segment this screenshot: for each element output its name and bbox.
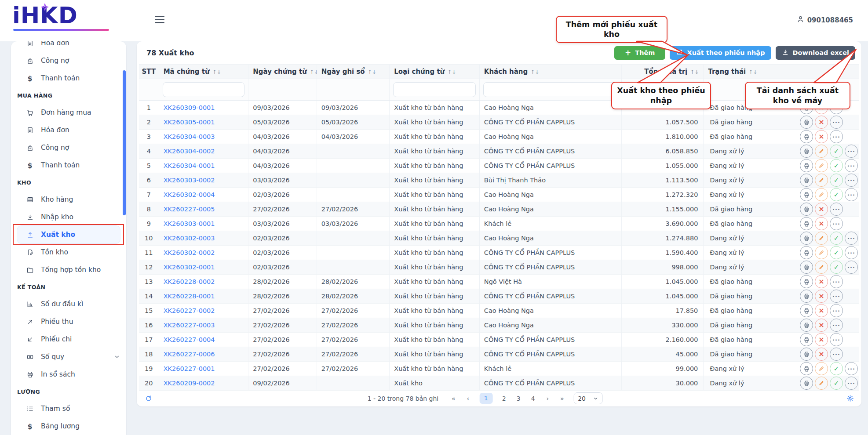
- document-code-link[interactable]: XK260304-0001: [164, 162, 215, 169]
- filter-input-customer[interactable]: [483, 82, 618, 97]
- page-next-button[interactable]: ›: [544, 395, 551, 402]
- column-header-code[interactable]: Mã chứng từ↑↓: [159, 65, 248, 79]
- edit-action-icon[interactable]: [815, 159, 828, 172]
- page-last-button[interactable]: »: [559, 395, 565, 402]
- print-action-icon[interactable]: [800, 362, 813, 375]
- sort-arrows-icon[interactable]: ↑↓: [212, 69, 221, 75]
- column-header-doc_type[interactable]: Loại chứng từ↑↓: [390, 65, 480, 79]
- sidebar-item-tham-số[interactable]: Tham số: [11, 400, 126, 417]
- print-action-icon[interactable]: [800, 348, 813, 361]
- more-actions-icon[interactable]: ···: [845, 232, 858, 245]
- document-code-link[interactable]: XK260303-0001: [164, 220, 215, 227]
- sidebar-item-phiếu-chi[interactable]: Phiếu chi: [11, 330, 126, 348]
- sidebar-item-thanh-toán[interactable]: $Thanh toán: [11, 156, 126, 174]
- sidebar-item-công-nợ[interactable]: Công nợ: [11, 139, 126, 156]
- sort-arrows-icon[interactable]: ↑↓: [690, 69, 699, 75]
- page-number-1[interactable]: 1: [479, 393, 492, 404]
- print-action-icon[interactable]: [800, 333, 813, 346]
- document-code-link[interactable]: XK260302-0002: [164, 249, 215, 256]
- print-action-icon[interactable]: [800, 203, 813, 216]
- print-action-icon[interactable]: [800, 188, 813, 201]
- more-actions-icon[interactable]: ···: [830, 290, 843, 303]
- sidebar-item-công-nợ[interactable]: Công nợ: [11, 52, 126, 69]
- approve-action-icon[interactable]: ✓: [830, 145, 843, 158]
- column-header-doc_date[interactable]: Ngày chứng từ↑↓: [248, 65, 317, 79]
- more-actions-icon[interactable]: ···: [845, 159, 858, 172]
- more-actions-icon[interactable]: ···: [845, 377, 858, 390]
- page-number-4[interactable]: 4: [530, 395, 536, 402]
- filter-input-code[interactable]: [163, 82, 245, 97]
- sidebar-item-tồn-kho[interactable]: Tồn kho: [11, 243, 126, 261]
- document-code-link[interactable]: XK260302-0003: [164, 235, 215, 242]
- cancel-action-icon[interactable]: ×: [815, 304, 828, 317]
- print-action-icon[interactable]: [800, 159, 813, 172]
- more-actions-icon[interactable]: ···: [845, 246, 858, 259]
- approve-action-icon[interactable]: ✓: [830, 261, 843, 274]
- sidebar-item-kho-hàng[interactable]: Kho hàng: [11, 191, 126, 208]
- user-account-badge[interactable]: 0901088465: [797, 15, 853, 25]
- print-action-icon[interactable]: [800, 261, 813, 274]
- more-actions-icon[interactable]: ···: [845, 145, 858, 158]
- page-number-3[interactable]: 3: [515, 395, 522, 402]
- approve-action-icon[interactable]: ✓: [830, 174, 843, 187]
- sidebar-item-sổ-quỹ[interactable]: Sổ quỹ: [11, 348, 126, 366]
- print-action-icon[interactable]: [800, 377, 813, 390]
- document-code-link[interactable]: XK260302-0004: [164, 191, 215, 198]
- more-actions-icon[interactable]: ···: [830, 130, 843, 143]
- page-first-button[interactable]: «: [450, 395, 456, 402]
- print-action-icon[interactable]: [800, 290, 813, 303]
- print-action-icon[interactable]: [800, 246, 813, 259]
- cancel-action-icon[interactable]: ×: [815, 290, 828, 303]
- sidebar-item-xuất-kho[interactable]: Xuất kho: [17, 226, 120, 243]
- approve-action-icon[interactable]: ✓: [830, 246, 843, 259]
- download-button[interactable]: Download excel: [776, 46, 855, 60]
- approve-action-icon[interactable]: ✓: [830, 188, 843, 201]
- cancel-action-icon[interactable]: ×: [815, 203, 828, 216]
- more-actions-icon[interactable]: ···: [845, 174, 858, 187]
- edit-action-icon[interactable]: [815, 246, 828, 259]
- cancel-action-icon[interactable]: ×: [815, 275, 828, 288]
- more-actions-icon[interactable]: ···: [830, 203, 843, 216]
- edit-action-icon[interactable]: [815, 174, 828, 187]
- approve-action-icon[interactable]: ✓: [830, 362, 843, 375]
- document-code-link[interactable]: XK260305-0001: [164, 119, 215, 126]
- more-actions-icon[interactable]: ···: [830, 275, 843, 288]
- document-code-link[interactable]: XK260227-0002: [164, 307, 215, 314]
- print-action-icon[interactable]: [800, 319, 813, 332]
- sidebar-item-thanh-toán[interactable]: $Thanh toán: [11, 69, 126, 87]
- sort-arrows-icon[interactable]: ↑↓: [748, 69, 757, 75]
- approve-action-icon[interactable]: ✓: [830, 159, 843, 172]
- edit-action-icon[interactable]: [815, 145, 828, 158]
- document-code-link[interactable]: XK260227-0004: [164, 336, 215, 343]
- column-header-status[interactable]: Trạng thái↑↓: [704, 65, 797, 79]
- refresh-icon[interactable]: [145, 395, 152, 402]
- print-action-icon[interactable]: [800, 217, 813, 230]
- sidebar-item-hóa-đơn[interactable]: Hóa đơn: [11, 121, 126, 139]
- print-action-icon[interactable]: [800, 116, 813, 129]
- cancel-action-icon[interactable]: ×: [815, 333, 828, 346]
- column-header-total[interactable]: Tổng giá trị↑↓: [621, 65, 704, 79]
- more-actions-icon[interactable]: ···: [830, 217, 843, 230]
- sort-arrows-icon[interactable]: ↑↓: [447, 69, 456, 75]
- document-code-link[interactable]: XK260304-0003: [164, 133, 215, 140]
- document-code-link[interactable]: XK260309-0001: [164, 104, 215, 111]
- print-action-icon[interactable]: [800, 304, 813, 317]
- edit-action-icon[interactable]: [815, 261, 828, 274]
- cancel-action-icon[interactable]: ×: [815, 116, 828, 129]
- cancel-action-icon[interactable]: ×: [815, 348, 828, 361]
- document-code-link[interactable]: XK260227-0001: [164, 365, 215, 372]
- print-action-icon[interactable]: [800, 275, 813, 288]
- approve-action-icon[interactable]: ✓: [830, 377, 843, 390]
- sort-arrows-icon[interactable]: ↑↓: [310, 69, 317, 75]
- document-code-link[interactable]: XK260227-0005: [164, 206, 215, 213]
- approve-action-icon[interactable]: ✓: [830, 232, 843, 245]
- print-action-icon[interactable]: [800, 145, 813, 158]
- export-button[interactable]: Xuất theo phiếu nhập: [670, 46, 771, 60]
- sidebar-item-bảng-lương[interactable]: $Bảng lương: [11, 417, 126, 435]
- column-header-customer[interactable]: Khách hàng↑↓: [479, 65, 621, 79]
- more-actions-icon[interactable]: ···: [830, 304, 843, 317]
- hamburger-menu-icon[interactable]: [155, 16, 164, 25]
- page-number-2[interactable]: 2: [501, 395, 507, 402]
- more-actions-icon[interactable]: ···: [845, 188, 858, 201]
- cancel-action-icon[interactable]: ×: [815, 319, 828, 332]
